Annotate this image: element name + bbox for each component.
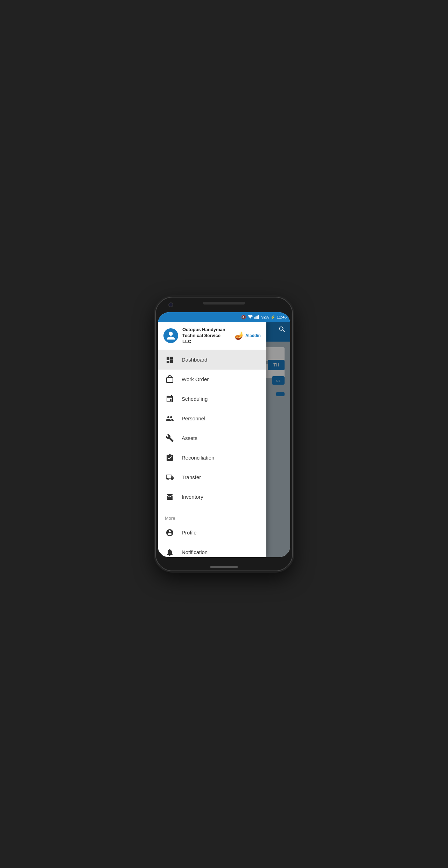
drawer-header: Octopus Handyman Technical Service LLC 🪔… — [158, 322, 266, 350]
truck-icon — [165, 472, 175, 482]
wifi-icon — [247, 315, 253, 320]
person-card-icon — [165, 528, 175, 538]
battery-percent: 92% — [261, 315, 269, 319]
camera — [168, 302, 173, 307]
menu-item-inventory[interactable]: Inventory — [158, 487, 266, 507]
svg-rect-3 — [258, 315, 259, 319]
scheduling-label: Scheduling — [182, 396, 208, 402]
home-indicator — [210, 566, 238, 568]
aladdin-text: Aladdin — [245, 333, 261, 338]
menu-item-profile[interactable]: Profile — [158, 523, 266, 542]
bell-icon — [165, 547, 175, 557]
status-bar: 🔇 92% ⚡ 11:46 — [158, 312, 290, 322]
battery-icon: ⚡ — [271, 315, 275, 320]
menu-item-transfer[interactable]: Transfer — [158, 468, 266, 487]
lamp-icon: 🪔 — [234, 331, 244, 340]
menu-item-personnel[interactable]: Personnel — [158, 409, 266, 428]
aladdin-logo: 🪔 Aladdin — [234, 331, 261, 340]
avatar[interactable] — [163, 328, 178, 343]
svg-rect-0 — [254, 317, 255, 319]
more-section-header: More — [158, 511, 266, 523]
nav-drawer: Octopus Handyman Technical Service LLC 🪔… — [158, 322, 266, 557]
dashboard-icon — [165, 355, 175, 365]
check-clipboard-icon — [165, 453, 175, 463]
dashboard-label: Dashboard — [182, 357, 207, 363]
clock: 11:46 — [277, 315, 287, 319]
calendar-icon — [165, 394, 175, 404]
company-name: Octopus Handyman Technical Service LLC — [182, 327, 230, 345]
home-bar — [156, 564, 292, 570]
svg-rect-1 — [255, 316, 257, 319]
menu-item-work-order[interactable]: Work Order — [158, 370, 266, 389]
inventory-label: Inventory — [182, 494, 203, 500]
assets-label: Assets — [182, 435, 197, 441]
reconciliation-label: Reconciliation — [182, 455, 214, 461]
svg-rect-2 — [257, 316, 258, 319]
drawer-menu: Dashboard Work Order Sched — [158, 350, 266, 557]
menu-divider — [158, 509, 266, 509]
transfer-label: Transfer — [182, 474, 201, 480]
menu-item-reconciliation[interactable]: Reconciliation — [158, 448, 266, 468]
tools-icon — [165, 433, 175, 443]
signal-icon — [254, 315, 260, 320]
briefcase-icon — [165, 374, 175, 384]
store-icon — [165, 492, 175, 502]
menu-item-assets[interactable]: Assets — [158, 428, 266, 448]
menu-item-notification[interactable]: Notification — [158, 542, 266, 557]
profile-label: Profile — [182, 530, 197, 536]
menu-item-scheduling[interactable]: Scheduling — [158, 389, 266, 409]
personnel-label: Personnel — [182, 415, 205, 421]
menu-item-dashboard[interactable]: Dashboard — [158, 350, 266, 370]
notification-label: Notification — [182, 549, 208, 555]
work-order-label: Work Order — [182, 376, 209, 382]
search-button[interactable] — [278, 326, 286, 335]
mute-icon: 🔇 — [241, 315, 246, 320]
people-icon — [165, 414, 175, 424]
